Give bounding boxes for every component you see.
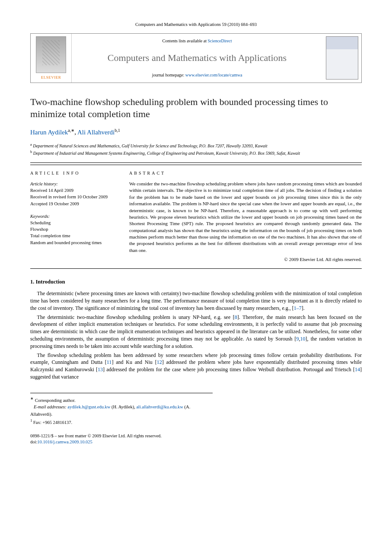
footer-block: 0898-1221/$ – see front matter © 2009 El… — [30, 433, 362, 446]
corresponding-author-note: ∗ Corresponding author. — [30, 396, 213, 404]
received-date: Received 14 April 2009 — [30, 187, 117, 194]
abstract-copyright: © 2009 Elsevier Ltd. All rights reserved… — [129, 256, 362, 263]
revised-date: Received in revised form 10 October 2009 — [30, 194, 117, 200]
fax-text: Fax: +965 24816137. — [33, 420, 72, 424]
abstract-text: We consider the two-machine flowshop sch… — [129, 181, 362, 254]
ref-10[interactable]: 10 — [300, 336, 306, 342]
keywords-label: Keywords: — [30, 213, 117, 220]
homepage-prefix: journal homepage: — [152, 73, 185, 77]
doi-line: doi:10.1016/j.camwa.2009.10.025 — [30, 439, 362, 446]
p1-text-b: ]. — [302, 305, 305, 311]
journal-name: Computers and Mathematics with Applicati… — [75, 51, 319, 65]
keyword-2: Flowshop — [30, 226, 117, 232]
fax-note: 1 Fax: +965 24816137. — [30, 418, 213, 426]
affiliations: a Department of Natural Sciences and Mat… — [30, 142, 362, 156]
journal-cover-icon — [326, 36, 358, 80]
intro-para-1: The deterministic (where processing time… — [30, 290, 362, 312]
ref-14[interactable]: 14 — [355, 366, 360, 373]
ref-12[interactable]: 12 — [157, 359, 162, 365]
affil-a-text: Department of Natural Sciences and Mathe… — [33, 144, 267, 149]
ref-11[interactable]: 11 — [107, 359, 112, 365]
footnotes: ∗ Corresponding author. E-mail addresses… — [30, 393, 213, 426]
article-title: Two-machine flowshop scheduling problem … — [30, 96, 362, 120]
doi-link[interactable]: 10.1016/j.camwa.2009.10.025 — [37, 439, 92, 444]
contents-prefix: Contents lists available at — [162, 38, 207, 43]
email-label: E-mail addresses: — [34, 404, 67, 409]
journal-homepage: journal homepage: www.elsevier.com/locat… — [75, 72, 319, 78]
abstract-heading: ABSTRACT — [129, 170, 362, 176]
p2-text-a: The deterministic two-machine flowshop s… — [37, 314, 235, 320]
article-info-column: ARTICLE INFO Article history: Received 1… — [30, 165, 123, 268]
author-2-sup: b,1 — [115, 128, 120, 133]
section-1-heading: 1. Introduction — [30, 278, 362, 286]
keyword-1: Scheduling — [30, 220, 117, 226]
p3-text-d: ] addressed the problem for the case whe… — [103, 366, 355, 373]
email-1-who: (H. Aydilek), — [110, 404, 136, 409]
banner-center: Contents lists available at ScienceDirec… — [72, 34, 322, 83]
homepage-link[interactable]: www.elsevier.com/locate/camwa — [185, 73, 242, 77]
publisher-logo-block: ELSEVIER — [31, 34, 72, 83]
cover-thumb-block — [322, 34, 361, 83]
affil-a: a Department of Natural Sciences and Mat… — [30, 142, 362, 149]
abstract-column: ABSTRACT We consider the two-machine flo… — [123, 165, 362, 268]
info-abstract-row: ARTICLE INFO Article history: Received 1… — [30, 162, 362, 269]
author-1-sup: a,∗ — [68, 128, 74, 133]
article-info-heading: ARTICLE INFO — [30, 170, 117, 176]
affil-b-text: Department of Industrial and Management … — [33, 151, 300, 156]
email-1-link[interactable]: aydilek.h@gust.edu.kw — [67, 404, 110, 409]
affil-b: b Department of Industrial and Managemen… — [30, 150, 362, 156]
ref-13[interactable]: 13 — [98, 366, 103, 373]
keyword-3: Total completion time — [30, 232, 117, 239]
journal-banner: ELSEVIER Contents lists available at Sci… — [30, 33, 362, 83]
sciencedirect-link[interactable]: ScienceDirect — [207, 38, 232, 43]
ref-1-7[interactable]: 1–7 — [294, 305, 302, 311]
contents-available: Contents lists available at ScienceDirec… — [75, 38, 319, 44]
elsevier-tree-icon — [36, 36, 66, 73]
article-history: Article history: Received 14 April 2009 … — [30, 181, 117, 207]
author-1-link[interactable]: Harun Aydilek — [30, 129, 68, 136]
history-label: Article history: — [30, 181, 117, 187]
front-matter-line: 0898-1221/$ – see front matter © 2009 El… — [30, 433, 362, 439]
author-2-link[interactable]: Ali Allahverdi — [77, 129, 115, 136]
running-header: Computers and Mathematics with Applicati… — [30, 22, 362, 28]
author-sep: , — [74, 129, 77, 136]
email-line: E-mail addresses: aydilek.h@gust.edu.kw … — [30, 404, 213, 418]
author-list: Harun Aydileka,∗, Ali Allahverdib,1 — [30, 127, 362, 137]
corr-label: Corresponding author. — [35, 398, 76, 402]
keyword-4: Random and bounded processing times — [30, 239, 117, 246]
elsevier-label: ELSEVIER — [41, 75, 61, 80]
p3-text-b: ] and Ku and Niu [ — [112, 359, 156, 365]
p1-text-a: The deterministic (where processing time… — [30, 290, 362, 311]
email-2-link[interactable]: ali.allahverdi@ku.edu.kw — [136, 404, 183, 409]
intro-para-2: The deterministic two-machine flowshop s… — [30, 314, 362, 350]
keywords-block: Keywords: Scheduling Flowshop Total comp… — [30, 213, 117, 246]
doi-label: doi: — [30, 439, 37, 444]
accepted-date: Accepted 19 October 2009 — [30, 201, 117, 207]
intro-para-3: The flowshop scheduling problem has been… — [30, 352, 362, 381]
